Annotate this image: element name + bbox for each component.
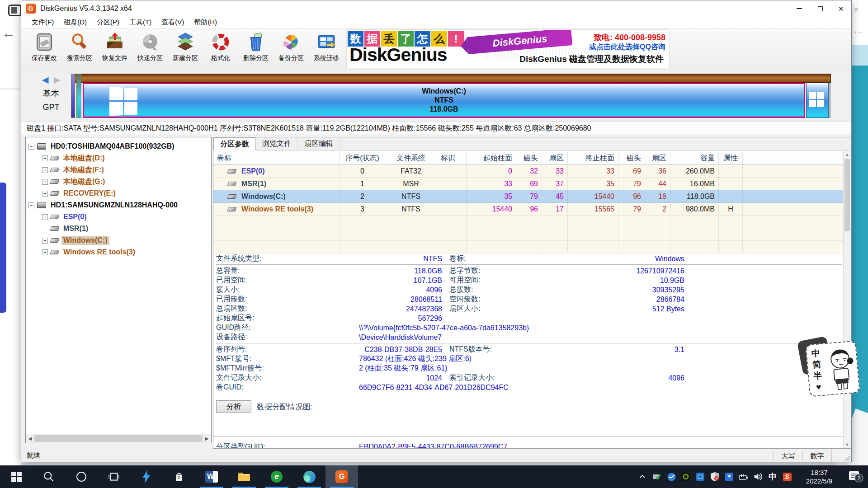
scroll-right-arrow-icon[interactable]: ▶ — [202, 434, 211, 443]
menu-view[interactable]: 查看(V) — [156, 17, 189, 28]
column-header[interactable]: 属性 — [719, 152, 743, 164]
taskbar-ie-button[interactable]: e — [260, 465, 293, 488]
tree-item-recovery-e[interactable]: +RECOVERY(E:) — [26, 188, 118, 199]
tree-item-hd1[interactable]: −HD1:SAMSUNGMZNLN128HAHQ-000 — [26, 200, 179, 211]
scrollbar-thumb[interactable] — [844, 159, 850, 231]
details-vertical-scrollbar[interactable]: ▲ ▼ — [843, 151, 851, 448]
notification-center-button[interactable]: 2 — [845, 470, 866, 483]
taskbar-diskgenius-button[interactable]: G — [326, 465, 358, 488]
partition-block-esp[interactable] — [71, 74, 75, 118]
tab-browse-files[interactable]: 浏览文件 — [256, 137, 298, 150]
taskbar-edge-button[interactable] — [293, 465, 326, 488]
backup-partition-button[interactable]: 备份分区 — [274, 30, 309, 68]
search-partition-button[interactable]: 搜索分区 — [62, 30, 97, 68]
column-header[interactable]: 磁头 — [618, 152, 645, 164]
menu-help[interactable]: 帮助(H) — [189, 17, 222, 28]
menu-file[interactable]: 文件(F) — [27, 17, 59, 28]
column-header[interactable]: 扇区 — [542, 152, 568, 164]
taskbar-store-button[interactable] — [163, 465, 195, 488]
menu-partition[interactable]: 分区(P) — [92, 17, 124, 28]
column-header[interactable]: 磁头 — [516, 152, 542, 164]
expand-icon[interactable]: + — [42, 179, 48, 185]
system-migration-button[interactable]: 系统迁移 — [309, 30, 344, 68]
expand-icon[interactable]: + — [42, 167, 48, 173]
menu-tools[interactable]: 工具(T) — [124, 17, 156, 28]
tree-item-local-g[interactable]: +本地磁盘(G:) — [26, 176, 107, 187]
tray-sogou-icon[interactable]: S — [781, 470, 793, 483]
collapse-icon[interactable]: − — [28, 144, 34, 150]
tree-horizontal-scrollbar[interactable]: ◀ ▶ — [26, 434, 211, 443]
column-header[interactable]: 扇区 — [645, 152, 670, 164]
menu-disk[interactable]: 磁盘(D) — [59, 17, 92, 28]
column-header[interactable]: 文件系统 — [385, 152, 437, 164]
ime-widget-card[interactable]: 中简半♥ — [805, 340, 860, 397]
partition-block-windows-re[interactable] — [806, 83, 829, 118]
tree-item-windows-re[interactable]: +Windows RE tools(3) — [26, 247, 137, 258]
taskbar-clock[interactable]: 18:37 2022/5/9 — [798, 468, 840, 485]
prev-disk-arrow-icon[interactable]: ◀ — [42, 75, 49, 84]
maximize-button[interactable] — [810, 0, 830, 17]
expand-icon[interactable]: + — [42, 191, 48, 197]
tab-partition-params[interactable]: 分区参数 — [213, 137, 256, 150]
taskbar-task-view-button[interactable] — [98, 465, 130, 488]
new-partition-button[interactable]: 新建分区 — [168, 30, 203, 68]
column-header[interactable]: 序号(状态) — [340, 152, 385, 164]
partition-block-windows-c[interactable]: Windows(C:) NTFS 118.0GB — [83, 83, 805, 118]
tray-ime-zh-icon[interactable]: 中 — [767, 470, 778, 483]
table-row[interactable]: ESP(0)0FAT3203233336936260.0MB — [213, 165, 844, 178]
column-header[interactable]: 容量 — [670, 152, 719, 164]
tray-defender-icon[interactable] — [709, 470, 721, 483]
taskbar-flash-button[interactable] — [130, 465, 163, 488]
recover-files-button[interactable]: 恢复文件 — [97, 30, 132, 68]
tray-intel-icon[interactable] — [694, 470, 706, 483]
scrollbar-thumb[interactable] — [35, 435, 202, 442]
expand-icon[interactable]: + — [42, 249, 48, 255]
taskbar-cortana-button[interactable] — [65, 465, 98, 488]
quick-partition-button[interactable]: 快速分区 — [132, 30, 168, 68]
tree-item-hd0[interactable]: −HD0:TOSHIBAMQ04ABF100(932GB) — [26, 141, 176, 152]
column-header[interactable]: 终止柱面 — [568, 152, 618, 164]
delete-partition-button[interactable]: 删除分区 — [238, 30, 274, 68]
column-header[interactable]: 起始柱面 — [467, 152, 516, 164]
taskbar-start-button[interactable] — [0, 465, 33, 488]
ime-status-widget[interactable]: 中简半♥ — [805, 340, 860, 397]
taskbar-word-button[interactable]: W — [195, 465, 228, 488]
tree-item-esp[interactable]: +ESP(0) — [26, 211, 89, 222]
tab-sector-edit[interactable]: 扇区编辑 — [298, 137, 340, 150]
tray-snowflake-icon[interactable]: * — [723, 470, 735, 483]
column-header[interactable]: 标识 — [437, 152, 467, 164]
tray-scanner-icon[interactable] — [651, 470, 663, 483]
table-row[interactable]: MSR(1)1MSR33693735794416.0MB — [213, 178, 844, 190]
table-row[interactable]: Windows RE tools(3)3NTFS1544096171556579… — [213, 203, 844, 216]
expand-icon[interactable]: + — [42, 238, 48, 244]
next-disk-arrow-icon[interactable]: ▶ — [54, 75, 61, 84]
tray-nvidia-icon[interactable] — [680, 470, 692, 483]
analyze-button[interactable]: 分析 — [216, 400, 251, 413]
tray-chevron-up-icon[interactable] — [637, 470, 648, 483]
tray-volume-icon[interactable] — [752, 470, 764, 483]
tray-bird-icon[interactable] — [665, 470, 677, 483]
column-header[interactable]: 卷标 — [213, 152, 340, 164]
ad-banner[interactable]: 数据丢了怎么! DiskGenius DiskGenius 致电: 400-00… — [346, 29, 670, 68]
scroll-down-arrow-icon[interactable]: ▼ — [844, 441, 851, 448]
save-changes-button[interactable]: 保存更改 — [27, 30, 62, 68]
scroll-up-arrow-icon[interactable]: ▲ — [844, 151, 851, 158]
tree-item-local-f[interactable]: +本地磁盘(F:) — [26, 164, 106, 175]
close-button[interactable]: × — [830, 0, 851, 17]
resize-grip[interactable] — [831, 449, 851, 462]
expand-icon[interactable]: + — [42, 155, 48, 161]
tray-power-icon[interactable] — [738, 470, 750, 483]
table-row[interactable]: Windows(C:)2NTFS357945154409616118.0GB — [213, 190, 844, 203]
minimize-button[interactable] — [789, 0, 810, 17]
tree-item-msr[interactable]: MSR(1) — [26, 223, 90, 234]
taskbar-file-explorer-button[interactable] — [228, 465, 260, 488]
taskbar-search-button[interactable] — [33, 465, 65, 488]
tree-item-local-d[interactable]: +本地磁盘(D:) — [26, 153, 107, 164]
scroll-left-arrow-icon[interactable]: ◀ — [26, 434, 35, 443]
expand-icon[interactable]: + — [42, 214, 48, 220]
tree-item-windows-c[interactable]: +Windows(C:) — [26, 235, 109, 246]
format-button[interactable]: 格式化 — [203, 30, 238, 68]
banner-qq-link[interactable]: 或点击此处选择QQ咨询 — [589, 42, 665, 52]
collapse-icon[interactable]: − — [28, 202, 34, 208]
partition-block-msr[interactable] — [76, 74, 81, 118]
